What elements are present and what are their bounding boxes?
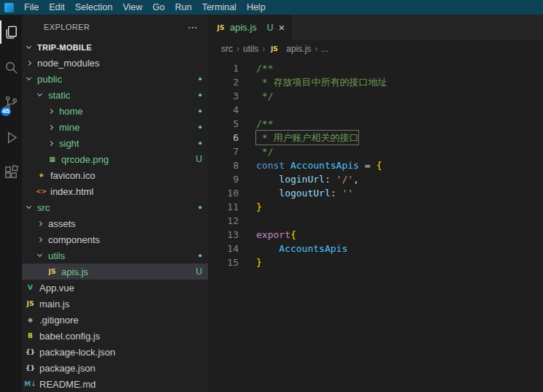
json-file-icon: {} <box>25 348 36 356</box>
tree-item-package-json[interactable]: {}package.json <box>22 360 208 376</box>
menu-file[interactable]: File <box>19 0 44 15</box>
line-number: 14 <box>208 242 239 255</box>
tree-item-sight[interactable]: sight● <box>22 135 208 151</box>
line-number: 8 <box>208 158 239 172</box>
code-line-11[interactable]: 11} <box>208 200 543 214</box>
tree-item-mine[interactable]: mine● <box>22 119 208 135</box>
app-logo-icon[interactable] <box>4 3 14 12</box>
close-icon[interactable]: × <box>279 21 285 34</box>
menu-selection[interactable]: Selection <box>70 0 118 15</box>
activitybar-search[interactable] <box>0 50 22 85</box>
line-content: const AccountsApis = { <box>256 158 382 172</box>
tree-item-readme-md[interactable]: M↓README.md <box>22 376 208 392</box>
git-modified-dot: ● <box>199 204 202 211</box>
activitybar-extensions[interactable] <box>0 155 22 190</box>
line-content: } <box>256 200 262 214</box>
tab-apis-js[interactable]: JS apis.js U × <box>208 15 292 40</box>
line-content: */ <box>256 89 273 103</box>
menu-run[interactable]: Run <box>170 0 197 15</box>
tree-item-qrcode-png[interactable]: ▦qrcode.pngU <box>22 151 208 167</box>
token-plain <box>256 243 279 254</box>
menu-go[interactable]: Go <box>147 0 170 15</box>
code-line-1[interactable]: 1/** <box>208 61 543 75</box>
tree-item-components[interactable]: components <box>22 231 208 247</box>
code-line-6[interactable]: 6 * 用户账户相关的接口 <box>208 131 543 145</box>
tree-item-app-vue[interactable]: VApp.vue <box>22 280 208 296</box>
tree-item-assets[interactable]: assets <box>22 215 208 231</box>
code-line-3[interactable]: 3 */ <box>208 89 543 103</box>
chevron-right-icon <box>37 237 42 242</box>
code-line-12[interactable]: 12 <box>208 214 543 228</box>
line-content: * 存放项目中所有的接口地址 <box>256 75 387 89</box>
code-line-2[interactable]: 2 * 存放项目中所有的接口地址 <box>208 75 543 89</box>
activitybar-run-debug[interactable] <box>0 120 22 155</box>
code-line-14[interactable]: 14 AccountsApis <box>208 242 543 255</box>
tree-item-label: src <box>37 202 50 213</box>
tree-item-package-lock-json[interactable]: {}package-lock.json <box>22 344 208 360</box>
breadcrumb: src›utils›JSapis.js›... <box>208 40 543 58</box>
breadcrumb-item-apis-js[interactable]: JSapis.js <box>269 44 311 54</box>
code-line-10[interactable]: 10 logoutUrl: '' <box>208 186 543 200</box>
line-content: loginUrl: '/', <box>256 172 359 186</box>
html-file-icon: <> <box>36 188 47 195</box>
activitybar-explorer[interactable] <box>0 15 22 50</box>
code-line-13[interactable]: 13export{ <box>208 228 543 242</box>
tree-item-node-modules[interactable]: node_modules <box>22 55 208 71</box>
token-comment: */ <box>256 91 273 101</box>
code-line-4[interactable]: 4 <box>208 103 543 117</box>
breadcrumb-item-src[interactable]: src <box>221 44 233 54</box>
tree-item-index-html[interactable]: <>index.html <box>22 183 208 199</box>
sidebar-header: EXPLORER ⋯ <box>22 15 208 39</box>
code-line-5[interactable]: 5/** <box>208 117 543 131</box>
token-plain: = <box>359 160 376 171</box>
line-content: */ <box>256 145 273 158</box>
tree-item-label: components <box>48 234 100 245</box>
token-comment: * 存放项目中所有的接口地址 <box>256 77 387 88</box>
token-keyword2: export <box>256 229 290 240</box>
activitybar-source-control[interactable]: 45 <box>0 85 22 120</box>
vue-file-icon: V <box>25 284 36 291</box>
line-number: 15 <box>208 255 239 269</box>
tree-item-favicon-ico[interactable]: ★favicon.ico <box>22 167 208 183</box>
line-number: 9 <box>208 172 239 186</box>
code-line-15[interactable]: 15} <box>208 255 543 269</box>
tree-item--gitignore[interactable]: ◆.gitignore <box>22 312 208 328</box>
menu-help[interactable]: Help <box>242 0 271 15</box>
more-actions-icon[interactable]: ⋯ <box>188 21 198 33</box>
code-line-8[interactable]: 8const AccountsApis = { <box>208 158 543 172</box>
breadcrumb-item-utils[interactable]: utils <box>243 44 258 54</box>
tree-item-label: static <box>48 90 70 101</box>
code-line-9[interactable]: 9 loginUrl: '/', <box>208 172 543 186</box>
js-file-icon: JS <box>269 45 280 53</box>
token-plain <box>256 188 279 199</box>
activity-bar: 45 <box>0 15 22 392</box>
tree-item-main-js[interactable]: JSmain.js <box>22 296 208 312</box>
tree-item-utils[interactable]: utils● <box>22 247 208 264</box>
git-untracked-badge: U <box>196 266 202 277</box>
code-line-7[interactable]: 7 */ <box>208 145 543 158</box>
token-plain <box>256 174 279 185</box>
tree-item-apis-js[interactable]: JSapis.jsU <box>22 264 208 280</box>
breadcrumb-label: apis.js <box>286 44 311 54</box>
token-plain: , <box>353 174 359 185</box>
chevron-right-icon <box>48 124 53 129</box>
breadcrumb-item--[interactable]: ... <box>321 44 328 54</box>
menu-view[interactable]: View <box>118 0 147 15</box>
tree-item-src[interactable]: src● <box>22 199 208 215</box>
image-file-icon: ▦ <box>47 155 58 163</box>
tree-item-public[interactable]: public● <box>22 71 208 87</box>
tree-item-babel-config-js[interactable]: Bbabel.config.js <box>22 328 208 344</box>
tree-root-trip-mobile[interactable]: TRIP-MOBILE <box>22 39 208 55</box>
menu-terminal[interactable]: Terminal <box>197 0 242 15</box>
js-file-icon: JS <box>25 300 36 307</box>
star-file-icon: ★ <box>36 172 47 179</box>
code-editor[interactable]: 1/**2 * 存放项目中所有的接口地址3 */45/**6 * 用户账户相关的… <box>208 58 543 392</box>
breadcrumb-separator: › <box>236 44 239 54</box>
token-plain: : <box>331 188 342 199</box>
menu-edit[interactable]: Edit <box>44 0 70 15</box>
extensions-icon <box>3 164 20 181</box>
tree-item-home[interactable]: home● <box>22 103 208 119</box>
tree-item-static[interactable]: static● <box>22 87 208 103</box>
chevron-right-icon <box>48 108 53 113</box>
line-content: * 用户账户相关的接口 <box>256 131 358 145</box>
